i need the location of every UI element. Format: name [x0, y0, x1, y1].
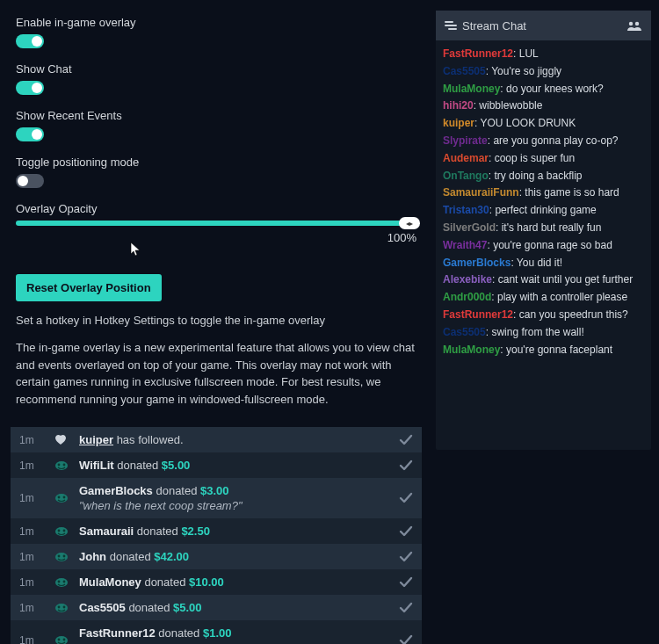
enable-overlay-toggle[interactable]	[16, 34, 44, 48]
chat-username[interactable]: Cas5505	[443, 326, 486, 338]
chat-header: Stream Chat	[436, 11, 651, 40]
chat-settings-icon[interactable]	[445, 20, 457, 31]
chat-username[interactable]: kuiper	[443, 117, 474, 129]
viewers-icon[interactable]	[626, 20, 642, 31]
svg-point-11	[63, 554, 66, 557]
opacity-value: 100%	[16, 231, 416, 244]
show-chat-label: Show Chat	[16, 62, 416, 76]
event-row[interactable]: 1mWifiLit donated $5.00	[11, 452, 422, 478]
event-time: 1m	[19, 434, 54, 446]
event-check-icon[interactable]	[399, 492, 413, 504]
event-text: FastRunner12 donated $1.00"Keep up the g…	[79, 626, 399, 644]
chat-text: YOU LOOK DRUNK	[480, 117, 576, 129]
chat-username[interactable]: Cas5505	[443, 65, 486, 77]
chat-text: you're gonna rage so bad	[493, 239, 612, 251]
chat-text: LUL	[519, 47, 539, 60]
chat-text: You're so jiggly	[491, 65, 561, 77]
svg-point-4	[58, 496, 61, 499]
chat-line: FastRunner12: LUL	[443, 46, 644, 63]
svg-point-5	[63, 496, 66, 499]
chat-username[interactable]: Tristan30	[443, 204, 489, 216]
svg-point-22	[635, 22, 639, 25]
svg-point-2	[63, 463, 66, 466]
event-check-icon[interactable]	[399, 634, 413, 644]
chat-line: Audemar: coop is super fun	[443, 150, 644, 168]
chat-line: Alexebike: cant wait until you get furth…	[443, 271, 644, 289]
donate-icon	[54, 552, 72, 562]
chat-line: Cas5505: You're so jiggly	[443, 63, 644, 81]
svg-point-16	[58, 605, 61, 608]
chat-text: do your knees work?	[506, 83, 604, 95]
event-check-icon[interactable]	[399, 434, 413, 446]
event-text: Cas5505 donated $5.00	[79, 601, 399, 614]
positioning-mode-label: Toggle positioning mode	[16, 156, 416, 169]
opacity-slider[interactable]: ◂▸	[16, 221, 416, 226]
chat-username[interactable]: FastRunner12	[443, 47, 513, 60]
chat-text: perfect drinking game	[495, 204, 596, 216]
svg-point-10	[58, 554, 61, 557]
chat-username[interactable]: Alexebike	[443, 273, 492, 286]
chat-text: swing from the wall!	[491, 326, 583, 338]
event-check-icon[interactable]	[399, 459, 413, 472]
chat-username[interactable]: MulaMoney	[443, 83, 500, 95]
event-check-icon[interactable]	[399, 525, 413, 538]
stream-chat-panel: Stream Chat FastRunner12: LULCas5505: Yo…	[436, 11, 651, 450]
show-events-label: Show Recent Events	[16, 109, 416, 122]
chat-line: Andr000d: play with a controller please	[443, 289, 644, 307]
chat-text: coop is super fun	[495, 152, 575, 164]
event-time: 1m	[19, 459, 54, 472]
svg-point-21	[629, 22, 633, 25]
chat-line: MulaMoney: you're gonna faceplant	[443, 342, 644, 359]
chat-username[interactable]: OnTango	[443, 170, 489, 182]
svg-point-14	[63, 580, 66, 582]
chat-text: this game is so hard	[525, 186, 619, 199]
chat-username[interactable]: Slypirate	[443, 134, 488, 147]
svg-point-18	[55, 636, 68, 644]
event-time: 1m	[19, 634, 54, 644]
event-row[interactable]: 1mFastRunner12 donated $1.00"Keep up the…	[11, 620, 422, 644]
chat-line: kuiper: YOU LOOK DRUNK	[443, 115, 644, 133]
event-row[interactable]: 1mkuiper has followed.	[11, 427, 422, 452]
event-time: 1m	[19, 602, 54, 614]
chat-text: play with a controller please	[497, 291, 627, 303]
chat-username[interactable]: SilverGold	[443, 221, 496, 234]
chat-line: OnTango: try doing a backflip	[443, 168, 644, 185]
chat-username[interactable]: Wraith47	[443, 239, 487, 251]
chat-text: try doing a backflip	[494, 170, 582, 182]
donate-icon	[54, 460, 72, 471]
chat-username[interactable]: FastRunner12	[443, 308, 513, 321]
show-events-toggle[interactable]	[16, 127, 44, 141]
chat-line: Slypirate: are you gonna play co-op?	[443, 133, 644, 150]
chat-username[interactable]: GamerBlocks	[443, 257, 511, 269]
chat-line: MulaMoney: do your knees work?	[443, 81, 644, 98]
svg-point-17	[63, 605, 66, 608]
event-row[interactable]: 1mGamerBlocks donated $3.00"when is the …	[11, 478, 422, 518]
event-check-icon[interactable]	[399, 551, 413, 563]
show-chat-toggle[interactable]	[16, 81, 44, 95]
chat-messages: FastRunner12: LULCas5505: You're so jigg…	[436, 40, 651, 450]
opacity-label: Overlay Opacity	[16, 202, 416, 215]
event-row[interactable]: 1mJohn donated $42.00	[11, 544, 422, 569]
chat-line: FastRunner12: can you speedrun this?	[443, 307, 644, 324]
chat-username[interactable]: MulaMoney	[443, 344, 500, 356]
event-row[interactable]: 1mMulaMoney donated $10.00	[11, 569, 422, 595]
chat-line: SamauraiiFunn: this game is so hard	[443, 185, 644, 202]
event-time: 1m	[19, 525, 54, 538]
chat-line: SilverGold: it's hard but really fun	[443, 220, 644, 237]
event-check-icon[interactable]	[399, 576, 413, 589]
event-time: 1m	[19, 492, 54, 504]
event-row[interactable]: 1mSamauraii donated $2.50	[11, 518, 422, 544]
chat-line: Cas5505: swing from the wall!	[443, 324, 644, 342]
chat-text: wibblewobble	[479, 99, 542, 112]
chat-username[interactable]: SamauraiiFunn	[443, 186, 519, 199]
overlay-description: The in-game overlay is a new experimenta…	[16, 339, 416, 408]
chat-username[interactable]: Andr000d	[443, 291, 491, 303]
chat-username[interactable]: Audemar	[443, 152, 489, 164]
positioning-mode-toggle[interactable]	[16, 174, 44, 188]
event-check-icon[interactable]	[399, 602, 413, 614]
reset-overlay-button[interactable]: Reset Overlay Position	[16, 274, 162, 301]
chat-username[interactable]: hihi20	[443, 99, 474, 112]
opacity-slider-thumb[interactable]: ◂▸	[399, 217, 420, 229]
event-row[interactable]: 1mCas5505 donated $5.00	[11, 595, 422, 620]
hotkey-hint: Set a hotkey in Hotkey Settings to toggl…	[16, 314, 416, 327]
